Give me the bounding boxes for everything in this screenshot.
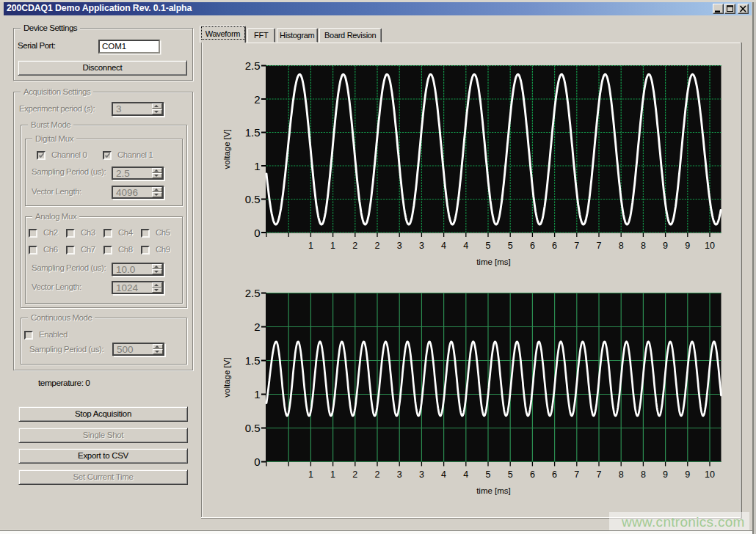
svg-text:6: 6 <box>552 241 557 251</box>
svg-text:2: 2 <box>352 241 357 251</box>
svg-text:9: 9 <box>685 241 690 251</box>
svg-text:0.5: 0.5 <box>245 193 261 205</box>
svg-text:2: 2 <box>375 241 380 251</box>
svg-text:9: 9 <box>685 469 690 480</box>
svg-text:4: 4 <box>441 241 446 251</box>
svg-text:6: 6 <box>530 469 535 480</box>
svg-text:9: 9 <box>663 241 668 251</box>
svg-text:1: 1 <box>254 160 260 172</box>
svg-text:1: 1 <box>330 241 335 251</box>
svg-text:4: 4 <box>463 469 468 480</box>
svg-text:10: 10 <box>705 241 715 251</box>
svg-text:2: 2 <box>254 93 260 106</box>
svg-text:3: 3 <box>397 469 402 480</box>
svg-text:10: 10 <box>705 469 715 480</box>
svg-text:time [ms]: time [ms] <box>476 257 511 266</box>
svg-text:4: 4 <box>441 469 446 480</box>
svg-text:voltage [V]: voltage [V] <box>222 357 231 397</box>
svg-text:0: 0 <box>254 227 260 239</box>
svg-text:2.5: 2.5 <box>245 287 261 299</box>
svg-text:0: 0 <box>254 456 260 468</box>
svg-text:8: 8 <box>619 241 624 251</box>
svg-text:7: 7 <box>574 469 579 480</box>
svg-text:2: 2 <box>254 321 260 333</box>
svg-text:0.5: 0.5 <box>245 422 261 434</box>
svg-text:9: 9 <box>663 469 668 480</box>
svg-text:voltage [V]: voltage [V] <box>222 129 231 169</box>
svg-text:5: 5 <box>508 241 513 251</box>
svg-text:5: 5 <box>486 469 491 480</box>
svg-text:2.5: 2.5 <box>245 59 261 72</box>
svg-text:2: 2 <box>352 469 357 480</box>
svg-text:5: 5 <box>508 469 513 480</box>
svg-text:8: 8 <box>641 241 646 251</box>
svg-text:1: 1 <box>308 469 313 480</box>
svg-text:8: 8 <box>619 469 624 480</box>
svg-text:1.5: 1.5 <box>245 126 261 139</box>
svg-text:6: 6 <box>530 241 535 251</box>
svg-text:3: 3 <box>397 241 402 251</box>
svg-text:1: 1 <box>254 388 260 400</box>
svg-text:3: 3 <box>419 469 424 480</box>
svg-text:5: 5 <box>486 241 491 251</box>
svg-text:7: 7 <box>574 241 579 251</box>
svg-text:7: 7 <box>597 241 602 251</box>
svg-text:1.5: 1.5 <box>245 354 261 367</box>
svg-text:6: 6 <box>552 469 557 480</box>
svg-text:8: 8 <box>641 469 646 480</box>
svg-text:1: 1 <box>308 241 313 251</box>
svg-text:2: 2 <box>375 469 380 480</box>
svg-text:7: 7 <box>597 469 602 480</box>
svg-text:4: 4 <box>463 241 468 251</box>
svg-text:3: 3 <box>419 241 424 251</box>
svg-text:time [ms]: time [ms] <box>476 486 511 495</box>
svg-text:1: 1 <box>330 469 335 480</box>
